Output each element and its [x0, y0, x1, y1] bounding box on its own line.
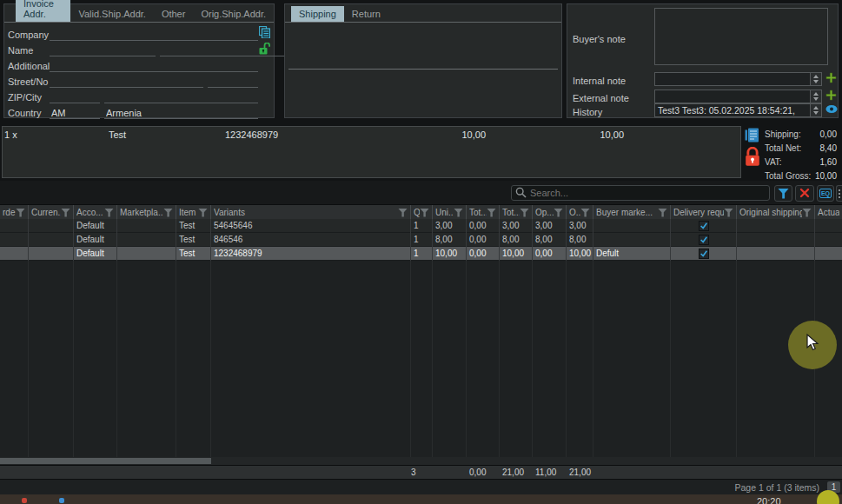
order-line-item: Test — [109, 129, 126, 140]
totals-panel: Shipping: 0,00 Total Net: 8,40 VAT: 1,60… — [743, 126, 839, 183]
column-header[interactable]: Original shipping ... — [737, 205, 815, 220]
scrollbar-thumb[interactable] — [0, 458, 211, 464]
street-field[interactable] — [50, 76, 203, 88]
table-empty-area — [0, 261, 842, 457]
filter-icon[interactable] — [658, 209, 667, 217]
delivery-required-checkbox[interactable] — [699, 235, 709, 245]
filter-icon[interactable] — [487, 209, 496, 217]
cell-o: 3,00 — [567, 219, 593, 233]
shipping-panel: Shipping Return — [284, 3, 562, 118]
column-header[interactable]: Tot... — [467, 205, 500, 220]
cell-qty: 1 — [411, 247, 433, 261]
order-line-price-2: 10,00 — [573, 129, 624, 140]
zip-field[interactable] — [50, 91, 100, 103]
external-note-field[interactable] — [654, 90, 822, 103]
total-net-value: 8,40 — [820, 143, 837, 153]
internal-note-label: Internal note — [573, 76, 626, 86]
filter-icon[interactable] — [802, 209, 812, 217]
buyers-note-field[interactable] — [654, 8, 828, 65]
tab-other[interactable]: Other — [154, 6, 194, 22]
unlock-icon[interactable] — [259, 43, 270, 56]
tab-valid-ship-addr[interactable]: Valid.Ship.Addr. — [70, 6, 153, 22]
view-history-eye-icon[interactable] — [825, 104, 838, 116]
tab-orig-ship-addr[interactable]: Orig.Ship.Addr. — [193, 6, 274, 22]
history-field[interactable]: Test3 Test3: 05.02.2025 18:54:21, — [654, 103, 822, 117]
column-header[interactable]: Marketpla... — [117, 205, 176, 220]
spinner-control[interactable] — [810, 104, 821, 116]
column-header[interactable]: Acco... — [74, 205, 117, 220]
name-label: Name — [8, 45, 50, 56]
search-input[interactable] — [527, 188, 766, 198]
invoice-document-icon[interactable] — [745, 128, 762, 144]
tab-return[interactable]: Return — [344, 6, 388, 22]
filter-icon[interactable] — [420, 209, 429, 217]
add-internal-note-icon[interactable] — [825, 72, 838, 84]
cell-item: Test — [176, 233, 211, 247]
table-row[interactable]: Default Test 1232468979 1 10,00 0,00 10,… — [0, 247, 842, 261]
additional-field[interactable] — [50, 60, 258, 72]
filter-icon[interactable] — [520, 209, 529, 217]
column-header[interactable]: rde... — [0, 205, 29, 220]
spinner-control[interactable] — [810, 73, 821, 85]
delivery-required-checkbox[interactable] — [699, 221, 709, 231]
street-label: Street/No — [8, 76, 50, 87]
filter-editor-button[interactable]: EQ — [817, 185, 834, 202]
column-header[interactable]: O... — [567, 205, 593, 220]
column-header[interactable]: Delivery requir... — [671, 205, 737, 220]
city-field[interactable] — [104, 91, 258, 103]
filter-icon[interactable] — [724, 209, 733, 217]
column-header[interactable]: Q... — [411, 205, 433, 220]
taskbar-app-icon[interactable] — [22, 498, 27, 503]
table-row[interactable]: Default Test 54645646 1 3,00 0,00 3,00 3… — [0, 219, 842, 233]
page-info: Page 1 of 1 (3 items) — [735, 482, 819, 493]
cell-unit-price: 10,00 — [433, 247, 467, 261]
filter-icon[interactable] — [580, 209, 590, 217]
column-header[interactable]: Item — [176, 205, 211, 220]
column-header[interactable]: Tot... — [500, 205, 533, 220]
column-header[interactable]: Buyer marke... — [593, 205, 671, 220]
filter-icon[interactable] — [16, 209, 25, 217]
filter-icon[interactable] — [61, 209, 70, 217]
filter-icon[interactable] — [198, 209, 208, 217]
country-name-field[interactable] — [104, 107, 258, 119]
cell-unit-price: 3,00 — [433, 219, 467, 233]
search-icon — [515, 187, 527, 200]
filter-icon[interactable] — [163, 209, 173, 217]
column-header[interactable]: Actua — [815, 205, 842, 220]
address-panel: Invoice Addr. Valid.Ship.Addr. Other Ori… — [3, 3, 275, 118]
company-field[interactable] — [50, 29, 258, 41]
internal-note-field[interactable] — [654, 72, 822, 86]
column-menu-button[interactable] — [836, 185, 842, 202]
table-row[interactable]: Default Test 846546 1 8,00 0,00 8,00 8,0… — [0, 233, 842, 247]
filter-icon[interactable] — [554, 209, 563, 217]
cell-total-2: 10,00 — [500, 247, 533, 261]
vat-label: VAT: — [765, 157, 782, 167]
order-items-box[interactable]: 1 x Test 1232468979 10,00 10,00 — [2, 126, 741, 178]
tab-shipping[interactable]: Shipping — [291, 6, 344, 22]
column-header[interactable]: Uni... — [433, 205, 467, 220]
clear-filter-button[interactable] — [795, 185, 814, 202]
column-header[interactable]: Curren... — [29, 205, 74, 220]
apply-filter-button[interactable] — [774, 185, 792, 202]
copy-address-icon[interactable] — [259, 26, 270, 40]
country-code-field[interactable] — [50, 107, 100, 119]
add-external-note-icon[interactable] — [825, 90, 838, 102]
column-header[interactable]: Variants — [211, 205, 411, 220]
filter-icon[interactable] — [454, 209, 463, 217]
taskbar-app-icon[interactable] — [59, 498, 64, 503]
tab-invoice-addr[interactable]: Invoice Addr. — [16, 0, 70, 22]
total-gross-label: Total Gross: — [765, 171, 811, 181]
street-no-field[interactable] — [208, 76, 258, 88]
shipping-tabbar: Shipping Return — [285, 4, 561, 23]
horizontal-scrollbar[interactable] — [0, 457, 842, 465]
order-line-variant: 1232468979 — [225, 129, 278, 140]
lock-icon[interactable] — [745, 147, 762, 169]
filter-icon[interactable] — [104, 209, 114, 217]
filter-icon[interactable] — [398, 209, 408, 217]
delivery-required-checkbox[interactable] — [699, 249, 709, 259]
search-box[interactable] — [511, 185, 770, 201]
first-name-field[interactable] — [50, 44, 156, 56]
column-header[interactable]: Op... — [533, 205, 567, 220]
cell-total-2: 8,00 — [500, 233, 533, 247]
spinner-control[interactable] — [810, 90, 821, 103]
